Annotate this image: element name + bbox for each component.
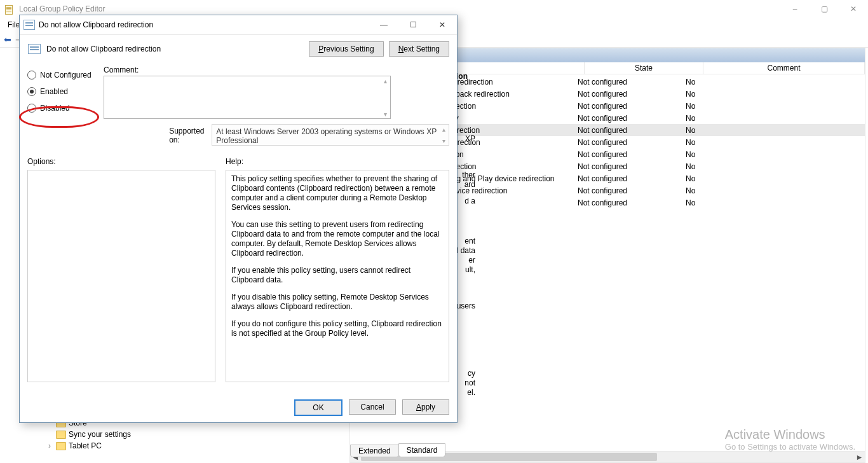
scroll-right-icon[interactable]: ► xyxy=(854,452,865,462)
setting-comment: No xyxy=(686,162,865,171)
pane-tabs: Extended Standard xyxy=(350,443,445,457)
next-setting-button[interactable]: Next Setting xyxy=(389,41,449,57)
obscured-fragment: d a xyxy=(456,197,475,205)
obscured-fragment: cynotel. xyxy=(456,369,475,397)
minimize-button[interactable]: – xyxy=(780,0,810,18)
back-arrow-icon[interactable]: ⬅ xyxy=(4,34,11,45)
setting-comment: No xyxy=(686,174,865,183)
setting-state: Not configured xyxy=(578,150,686,159)
help-label: Help: xyxy=(226,157,449,166)
radio-label: Disabled xyxy=(40,104,70,113)
expander-icon[interactable]: › xyxy=(46,441,53,450)
scroll-up-icon[interactable]: ▴ xyxy=(380,76,390,85)
dialog-buttons: OK Cancel Apply xyxy=(20,393,457,422)
setting-comment: No xyxy=(686,114,865,123)
main-window-title: Local Group Policy Editor xyxy=(19,4,780,13)
tab-standard[interactable]: Standard xyxy=(398,443,446,457)
obscured-fragment: users xyxy=(455,301,475,310)
tree-item[interactable]: ›Tablet PC xyxy=(46,440,131,452)
scroll-down-icon[interactable]: ▾ xyxy=(380,109,390,118)
scroll-down-icon[interactable]: ▾ xyxy=(438,136,449,145)
policy-state-radios: Not Configured Enabled Disabled xyxy=(27,66,104,119)
dialog-close-button[interactable]: ✕ xyxy=(428,15,457,34)
scroll-up-icon[interactable]: ▴ xyxy=(438,125,449,134)
setting-comment: No xyxy=(686,126,865,135)
policy-icon xyxy=(27,43,41,55)
obscured-fragment: therard xyxy=(456,170,475,190)
setting-state: Not configured xyxy=(578,162,686,171)
policy-dialog: Do not allow Clipboard redirection — ☐ ✕… xyxy=(19,15,458,423)
setting-comment: No xyxy=(686,186,865,195)
setting-state: Not configured xyxy=(578,186,686,195)
setting-comment: No xyxy=(686,150,865,159)
folder-icon xyxy=(56,431,66,439)
radio-icon xyxy=(27,71,36,79)
radio-not-configured[interactable]: Not Configured xyxy=(27,67,104,83)
setting-comment: No xyxy=(686,78,865,86)
dialog-title: Do not allow Clipboard redirection xyxy=(39,20,369,29)
comment-label: Comment: xyxy=(104,66,449,74)
folder-icon xyxy=(56,442,66,450)
setting-state: Not configured xyxy=(578,126,686,135)
radio-enabled[interactable]: Enabled xyxy=(27,83,104,100)
setting-state: Not configured xyxy=(578,90,686,99)
obscured-fragment: XP xyxy=(458,134,475,143)
dialog-maximize-button[interactable]: ☐ xyxy=(398,15,428,34)
apply-button[interactable]: Apply xyxy=(402,399,449,415)
radio-icon xyxy=(27,87,36,96)
cancel-button[interactable]: Cancel xyxy=(349,399,396,415)
ok-button[interactable]: OK xyxy=(294,399,342,416)
dialog-minimize-button[interactable]: — xyxy=(369,15,398,34)
setting-state: Not configured xyxy=(578,102,686,111)
comment-textarea[interactable]: ▴ ▾ xyxy=(104,76,391,119)
dialog-subtitle: Do not allow Clipboard redirection xyxy=(46,45,304,53)
vertical-scrollbar[interactable]: ▴ ▾ xyxy=(438,125,449,145)
setting-comment: No xyxy=(686,90,865,99)
setting-comment: No xyxy=(686,138,865,147)
setting-state: Not configured xyxy=(578,198,686,207)
maximize-button[interactable]: ▢ xyxy=(810,0,839,18)
setting-state: Not configured xyxy=(578,174,686,183)
tab-extended[interactable]: Extended xyxy=(350,445,399,457)
setting-state: Not configured xyxy=(578,114,686,123)
setting-comment: No xyxy=(686,198,865,207)
radio-icon xyxy=(27,104,36,113)
tree-item[interactable]: Sync your settings xyxy=(46,429,131,440)
previous-setting-button[interactable]: Previous Setting xyxy=(309,41,383,57)
supported-on-text: At least Windows Server 2003 operating s… xyxy=(212,124,449,146)
setting-state: Not configured xyxy=(578,138,686,147)
options-panel xyxy=(27,170,215,382)
setting-state: Not configured xyxy=(578,78,686,86)
policy-icon xyxy=(24,19,35,31)
close-button[interactable]: ✕ xyxy=(839,0,868,18)
dialog-titlebar[interactable]: Do not allow Clipboard redirection — ☐ ✕ xyxy=(20,15,457,35)
supported-on-label: Supported on: xyxy=(169,124,208,146)
options-label: Options: xyxy=(27,157,215,166)
column-header-state[interactable]: State xyxy=(585,62,703,74)
help-panel: This policy setting specifies whether to… xyxy=(226,170,449,382)
obscured-fragment: ion xyxy=(456,72,468,81)
radio-label: Not Configured xyxy=(40,71,92,79)
vertical-scrollbar[interactable]: ▴ ▾ xyxy=(380,76,390,118)
setting-comment: No xyxy=(686,102,865,111)
column-header-comment[interactable]: Comment xyxy=(703,62,865,74)
radio-disabled[interactable]: Disabled xyxy=(27,100,104,116)
gpedit-app-icon xyxy=(3,3,15,15)
radio-label: Enabled xyxy=(40,87,68,96)
